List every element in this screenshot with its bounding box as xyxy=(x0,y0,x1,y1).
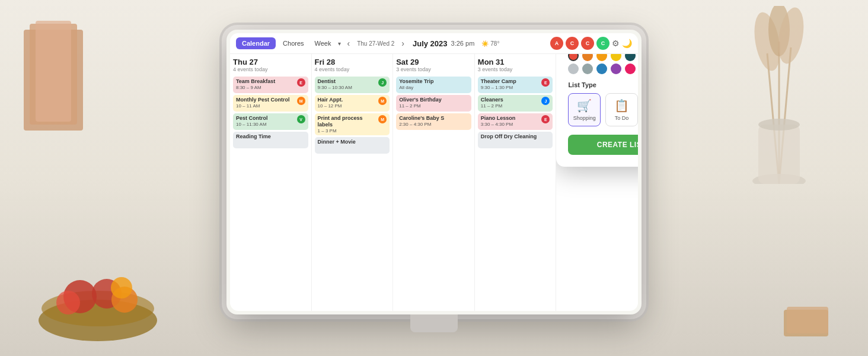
event-time: 11 – 2 PM xyxy=(399,103,442,109)
app-header: Calendar Chores Week ▾ ‹ Thu 27-Wed 2 › … xyxy=(230,33,638,54)
chores-tab-button[interactable]: Chores xyxy=(279,37,307,49)
event-title: Caroline's Baby S xyxy=(399,115,444,122)
list-type-shopping[interactable]: 🛒 Shopping xyxy=(568,93,601,126)
day-header-mon31: Mon 31 3 events today xyxy=(478,58,553,72)
avatar-c1: C xyxy=(566,37,579,50)
event-oliver-birthday[interactable]: Oliver's Birthday 11 – 2 PM xyxy=(396,95,471,112)
event-yosemite[interactable]: Yosemite Trip All day xyxy=(396,77,471,93)
color-red[interactable] xyxy=(568,54,579,61)
event-print-labels[interactable]: Print and process labels 1 – 3 PM M xyxy=(315,113,390,135)
day-name-fri28: Fri 28 xyxy=(315,58,390,66)
svg-point-18 xyxy=(758,119,800,131)
color-gray[interactable] xyxy=(582,63,593,74)
event-time: 10 – 11 AM xyxy=(236,103,290,109)
day-count-sat29: 3 events today xyxy=(396,66,471,72)
event-title: Dinner + Movie xyxy=(318,139,356,145)
day-header-thu27: Thu 27 4 events today xyxy=(233,58,308,72)
color-picker-row2 xyxy=(568,63,638,74)
create-list-button[interactable]: CREATE LIST xyxy=(568,135,638,155)
calendar-tab-button[interactable]: Calendar xyxy=(236,37,276,49)
event-caroline-baby[interactable]: Caroline's Baby S 2:30 – 4:30 PM xyxy=(396,113,471,130)
event-piano-lesson[interactable]: Piano Lesson 3:30 – 4:30 PM E xyxy=(478,113,553,130)
event-hair-appt[interactable]: Hair Appt. 10 – 12 PM M xyxy=(315,95,390,112)
event-badge: M xyxy=(378,97,387,105)
day-column-fri28: Fri 28 4 events today Dentist 9:30 – 10:… xyxy=(312,54,394,311)
tablet-stand xyxy=(410,314,458,332)
event-badge: M xyxy=(378,115,387,123)
sun-icon: ☀️ xyxy=(481,40,489,47)
new-list-modal: New List × List Color xyxy=(556,54,638,167)
event-theater-camp-mon[interactable]: Theater Camp 9:30 – 1:30 PM E xyxy=(478,77,553,93)
list-type-section: List Type 🛒 Shopping 📋 To Do xyxy=(568,81,638,126)
event-monthly-pest[interactable]: Monthly Pest Control 10 – 11 AM M xyxy=(233,95,308,112)
event-time: 1 – 3 PM xyxy=(318,128,378,134)
svg-rect-2 xyxy=(36,21,71,122)
shopping-icon: 🛒 xyxy=(577,98,592,113)
list-type-label: List Type xyxy=(568,81,638,88)
event-title: Piano Lesson xyxy=(481,115,516,122)
color-teal-dark[interactable] xyxy=(625,54,636,61)
event-time: 8:30 – 9 AM xyxy=(236,85,275,91)
event-badge: M xyxy=(297,97,305,105)
color-yellow[interactable] xyxy=(611,54,621,61)
color-orange[interactable] xyxy=(582,54,593,61)
svg-rect-20 xyxy=(787,307,828,333)
week-dropdown-icon[interactable]: ▾ xyxy=(338,40,341,47)
settings-button[interactable]: ⚙ xyxy=(612,39,620,48)
prev-week-button[interactable]: ‹ xyxy=(344,37,352,49)
event-badge: E xyxy=(297,78,305,87)
color-light-gray[interactable] xyxy=(568,63,579,74)
event-team-breakfast[interactable]: Team Breakfast 8:30 – 9 AM E xyxy=(233,77,308,93)
event-badge: E xyxy=(541,115,550,123)
pampas-grass-decoration xyxy=(726,6,832,184)
color-purple[interactable] xyxy=(611,63,621,74)
event-title: Cleaners xyxy=(481,97,503,103)
day-column-tue1: Tue 1 4 events today Theater Camp 9 – 1 … xyxy=(556,54,638,311)
color-pink[interactable] xyxy=(625,63,636,74)
current-time: 3:26 pm xyxy=(451,40,475,47)
svg-rect-17 xyxy=(758,125,800,184)
week-tab-button[interactable]: Week xyxy=(311,37,335,49)
event-title: Monthly Pest Control xyxy=(236,97,290,103)
event-time: 2:30 – 4:30 PM xyxy=(399,122,444,128)
day-count-mon31: 3 events today xyxy=(478,66,553,72)
day-count-thu27: 4 events today xyxy=(233,66,308,72)
list-type-options: 🛒 Shopping 📋 To Do 📝 Other xyxy=(568,93,638,126)
event-dry-cleaning-mon[interactable]: Drop Off Dry Cleaning xyxy=(478,132,553,148)
night-mode-button[interactable]: 🌙 xyxy=(622,39,632,48)
avatar-c2: C xyxy=(581,37,594,50)
event-dinner-movie[interactable]: Dinner + Movie xyxy=(315,137,390,154)
event-title: Print and process labels xyxy=(318,115,378,128)
date-range-label: Thu 27-Wed 2 xyxy=(355,39,397,48)
day-column-sat29: Sat 29 3 events today Yosemite Trip All … xyxy=(393,54,475,311)
calendar-grid: Thu 27 4 events today Team Breakfast 8:3… xyxy=(230,54,638,311)
weather-widget: ☀️ 78° xyxy=(481,40,499,47)
event-reading-time[interactable]: Reading Time xyxy=(233,132,308,148)
svg-point-9 xyxy=(111,277,132,298)
list-type-todo[interactable]: 📋 To Do xyxy=(605,93,638,126)
event-badge: V xyxy=(297,115,305,123)
event-time: 11 – 2 PM xyxy=(481,103,503,109)
wood-block-right xyxy=(784,304,831,339)
event-time: All day xyxy=(399,85,433,91)
day-header-fri28: Fri 28 4 events today xyxy=(315,58,390,72)
event-cleaners[interactable]: Cleaners 11 – 2 PM J xyxy=(478,95,553,112)
event-title: Yosemite Trip xyxy=(399,78,433,85)
day-name-thu27: Thu 27 xyxy=(233,58,308,66)
day-header-sat29: Sat 29 3 events today xyxy=(396,58,471,72)
header-icons: A C C C ⚙ 🌙 xyxy=(550,37,632,50)
avatar-a: A xyxy=(550,37,563,50)
event-pest-control[interactable]: Pest Control 10 – 11:30 AM V xyxy=(233,113,308,130)
event-time: 10 – 11:30 AM xyxy=(236,122,268,128)
event-dentist[interactable]: Dentist 9:30 – 10:30 AM J xyxy=(315,77,390,93)
color-picker-row1 xyxy=(568,54,638,61)
date-navigation: ‹ Thu 27-Wed 2 › xyxy=(344,37,407,49)
day-count-fri28: 4 events today xyxy=(315,66,390,72)
todo-icon: 📋 xyxy=(614,98,629,113)
next-week-button[interactable]: › xyxy=(399,37,407,49)
day-name-mon31: Mon 31 xyxy=(478,58,553,66)
color-amber[interactable] xyxy=(596,54,607,61)
color-blue[interactable] xyxy=(596,63,607,74)
app-screen: Calendar Chores Week ▾ ‹ Thu 27-Wed 2 › … xyxy=(230,33,638,311)
temperature-display: 78° xyxy=(490,40,499,47)
